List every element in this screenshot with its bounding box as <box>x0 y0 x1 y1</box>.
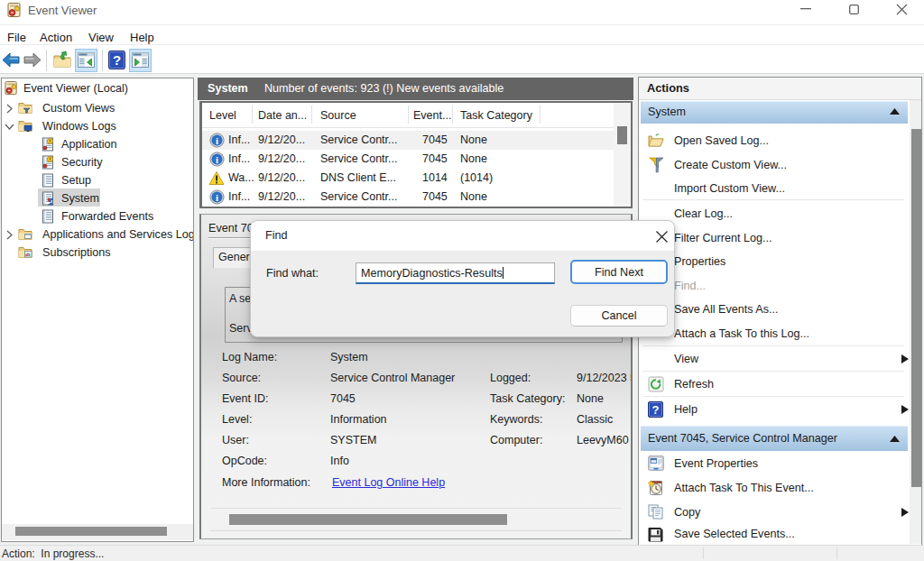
svg-text:i: i <box>216 192 218 203</box>
svg-text:?: ? <box>113 52 121 68</box>
svg-text:i: i <box>216 135 218 146</box>
svg-text:i: i <box>216 154 218 165</box>
